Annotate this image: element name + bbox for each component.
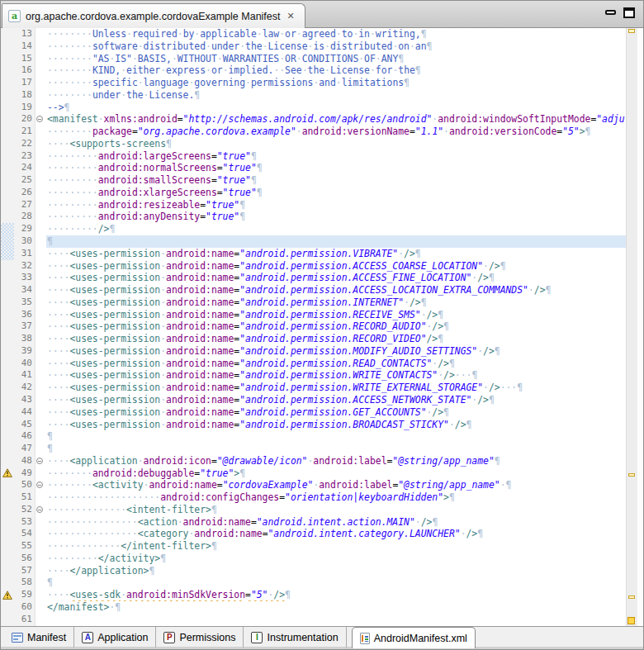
code-line-text[interactable]: ····<uses-permission·android:name="andro… (46, 358, 626, 370)
collapse-icon[interactable] (36, 458, 43, 464)
code-segment: permissions (251, 77, 313, 88)
code-line-text[interactable]: ····<uses-sdk·android:minSdkVersion="5"·… (46, 589, 626, 601)
overview-warning-marker[interactable] (628, 29, 635, 33)
code-segment: <uses-permission (69, 382, 160, 393)
tab-instrumentation[interactable]: I Instrumentation (244, 627, 346, 648)
code-line-text[interactable]: ················<action·android:name="an… (46, 516, 626, 529)
code-line-text[interactable]: ····<uses-permission·android:name="andro… (46, 333, 626, 345)
code-line-text[interactable]: ····················android:configChange… (46, 491, 626, 504)
code-line-text[interactable]: ·········/>¶ (46, 223, 626, 235)
code-line-text[interactable]: ········KIND,·either·express·or·implied.… (46, 64, 626, 77)
code-segment: <uses-permission (69, 406, 160, 418)
code-line-text[interactable]: ·········android:xlargeScreens="true"¶ (46, 187, 626, 199)
tab-androidmanifest-xml[interactable]: AndroidManifest.xml (352, 627, 476, 648)
pilcrow-mark: ¶ (585, 126, 591, 137)
code-line-text[interactable]: ·········android:resizeable="true"¶ (46, 199, 626, 211)
tab-permissions[interactable]: P Permissions (156, 627, 244, 648)
line-number: 15 (14, 53, 36, 65)
code-line-text[interactable]: ·········</activity>¶ (46, 553, 626, 565)
code-line-text[interactable]: ¶ (46, 235, 626, 248)
minimize-icon[interactable] (605, 10, 616, 15)
collapse-icon[interactable] (36, 116, 43, 122)
fold-ruler-cell (36, 333, 46, 345)
code-line-text[interactable]: ····<uses-permission·android:name="andro… (46, 284, 626, 297)
code-line-text[interactable]: ················<category·android:name="… (46, 528, 626, 540)
annotation-ruler-cell[interactable] (1, 589, 14, 601)
overview-warning-marker[interactable] (628, 595, 635, 599)
code-line-text[interactable]: ····<uses-permission·android:name="andro… (46, 406, 626, 419)
code-line-text[interactable]: ·········android:largeScreens="true"¶ (46, 150, 626, 163)
code-line-text[interactable]: ····<uses-permission·android:name="andro… (46, 419, 626, 431)
line-number: 27 (14, 199, 36, 211)
code-line-text[interactable]: ····<uses-permission·android:name="andro… (46, 345, 626, 358)
overview-ruler[interactable] (626, 28, 637, 626)
code-segment: "android.permission.READ_CONTACTS" (239, 358, 432, 369)
code-line: 49········android:debuggable="true">¶ (1, 467, 626, 480)
annotation-ruler-cell[interactable] (1, 467, 14, 480)
fold-ruler-cell (36, 369, 46, 382)
tab-androidmanifest-xml-label: AndroidManifest.xml (374, 633, 467, 644)
code-line-text[interactable]: ·········android:smallScreens="true"¶ (46, 174, 626, 187)
code-line-text[interactable]: ····</application>¶ (46, 565, 626, 577)
warning-icon[interactable] (2, 468, 12, 477)
maximize-icon[interactable] (623, 7, 635, 18)
close-icon[interactable]: ✕ (286, 10, 296, 22)
fold-ruler-cell (36, 309, 46, 321)
code-line-text[interactable]: ····<uses-permission·android:name="andro… (46, 248, 626, 260)
code-line-text[interactable]: ····<uses-permission·android:name="andro… (46, 260, 626, 273)
code-line-text[interactable]: ·········android:anyDensity="true"¶ (46, 211, 626, 223)
editor-tab-manifest[interactable]: a org.apache.cordova.example.cordovaExam… (2, 3, 305, 28)
code-line-text[interactable]: ········package="org.apache.cordova.exam… (46, 126, 626, 138)
code-line-text[interactable]: ¶ (46, 576, 626, 589)
overview-warning-marker[interactable] (628, 473, 635, 477)
code-line-text[interactable]: ····<uses-permission·android:name="andro… (46, 297, 626, 309)
code-line-text[interactable]: ····<supports-screens¶ (46, 138, 626, 150)
code-segment: "true" (223, 187, 257, 198)
annotation-ruler-cell (1, 162, 14, 174)
code-line-text[interactable]: ········under·the·License.¶ (46, 89, 626, 102)
annotation-ruler-cell (1, 53, 14, 65)
code-segment: android:minSdkVersion (126, 589, 245, 600)
collapse-icon[interactable] (36, 482, 43, 488)
code-line-text[interactable]: ········specific·language·governing·perm… (46, 77, 626, 89)
pilcrow-mark: ¶ (239, 211, 245, 222)
code-line-text[interactable]: ¶ (46, 443, 626, 455)
code-segment: = (251, 516, 257, 528)
code-line-text[interactable]: ········Unless·required·by·applicable·la… (46, 28, 626, 40)
overview-status-square[interactable] (627, 617, 635, 624)
code-segment: ···· (47, 345, 69, 357)
code-line-text[interactable]: ····<uses-permission·android:name="andro… (46, 272, 626, 284)
line-number: 22 (14, 138, 36, 150)
code-line-text[interactable]: ····<uses-permission·android:name="andro… (46, 309, 626, 321)
tab-application[interactable]: A Application (74, 627, 156, 648)
code-line-text[interactable]: <manifest·xmlns:android="http://schemas.… (46, 113, 626, 126)
code-line-text[interactable]: ····<uses-permission·android:name="andro… (46, 320, 626, 333)
tab-manifest[interactable]: Manifest (4, 627, 74, 648)
code-line-text[interactable]: ····<uses-permission·android:name="andro… (46, 394, 626, 406)
code-segment: "http://schemas.android.com/apk/res/andr… (183, 113, 433, 125)
code-line-text[interactable]: ····<application·android:icon="@drawable… (46, 455, 626, 467)
code-line-text[interactable]: ········<activity·android:name="cordovaE… (46, 479, 626, 491)
line-number: 14 (14, 40, 36, 53)
code-line-text[interactable]: ········"AS·IS"·BASIS,·WITHOUT·WARRANTIE… (46, 53, 626, 65)
code-line-text[interactable] (46, 614, 626, 626)
code-line-text[interactable]: ····<uses-permission·android:name="andro… (46, 369, 626, 382)
code-segment: ···· (47, 369, 69, 381)
code-line-text[interactable]: ····<uses-permission·android:name="andro… (46, 382, 626, 394)
code-segment: android:name (166, 333, 234, 344)
code-editor-area[interactable]: 13········Unless·required·by·applicable·… (1, 28, 626, 626)
annotation-ruler-cell (1, 479, 14, 491)
code-line-text[interactable]: </manifest>·¶ (46, 601, 626, 614)
code-line-text[interactable]: -->¶ (46, 102, 626, 114)
code-line-text[interactable]: ·············</intent-filter>¶ (46, 540, 626, 553)
code-segment: · (223, 64, 229, 76)
code-line-text[interactable]: ··············<intent-filter>¶ (46, 504, 626, 516)
code-line-text[interactable]: ········android:debuggable="true">¶ (46, 467, 626, 480)
pilcrow-mark: ¶ (166, 138, 172, 149)
code-line-text[interactable]: ········software·distributed·under·the·L… (46, 40, 626, 53)
code-line-text[interactable]: ·········android:normalScreens="true"¶ (46, 162, 626, 174)
collapse-icon[interactable] (36, 506, 43, 513)
warning-icon[interactable] (2, 591, 12, 600)
code-line-text[interactable]: ¶ (46, 430, 626, 443)
line-number: 53 (14, 516, 36, 529)
